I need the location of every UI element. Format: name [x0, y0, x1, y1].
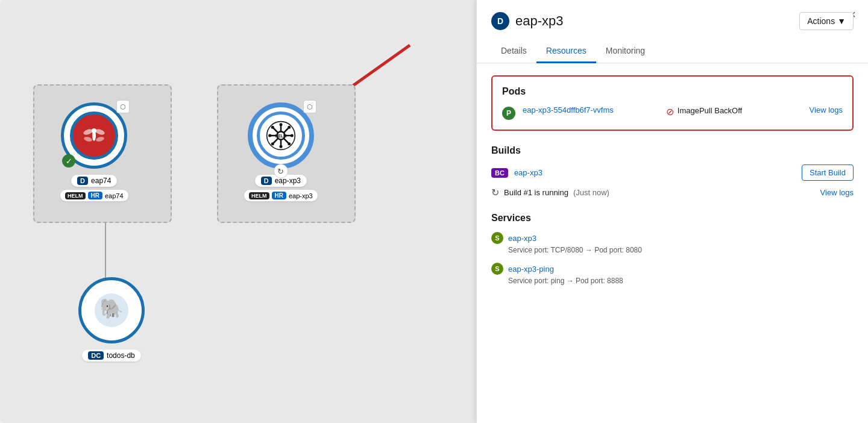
eapxp3-hr-label[interactable]: HELM HR eap-xp3 [244, 190, 318, 201]
svg-point-24 [291, 134, 294, 137]
eap74-circle: ⬡ ✓ [61, 102, 127, 169]
eap74-name: eap74 [91, 177, 111, 185]
pod-p-icon: P [502, 107, 515, 120]
service-row-1: S eap-xp3 [491, 232, 854, 244]
eap74-hr-badge: HR [88, 192, 102, 199]
builds-title: Builds [491, 145, 854, 156]
svg-point-25 [271, 126, 274, 129]
actions-chevron: ▼ [837, 16, 846, 26]
service-row-2: S eap-xp3-ping [491, 263, 854, 275]
todosdb-label[interactable]: DC todos-db [82, 349, 141, 362]
pods-section: Pods P eap-xp3-554dffb6f7-vvfms ⊘ ImageP… [491, 75, 854, 131]
eap74-ext-link[interactable]: ⬡ [116, 100, 130, 113]
actions-button[interactable]: Actions ▼ [799, 12, 854, 30]
todosdb-circle: 🐘 [78, 277, 145, 343]
eap74-label[interactable]: D eap74 [71, 175, 117, 187]
node-eapxp3[interactable]: HELM ⬡ ↻ D eap-xp3 HELM HR eap-xp3 [244, 102, 318, 201]
build-running-icon: ↻ [491, 187, 499, 198]
node-eap74[interactable]: ⬡ ✓ D eap74 HELM HR eap74 [60, 102, 128, 201]
topology-panel: ⬡ ✓ D eap74 HELM HR eap74 [0, 0, 476, 423]
start-build-button[interactable]: Start Build [802, 164, 854, 181]
tab-details[interactable]: Details [491, 40, 536, 63]
tabs-bar: Details Resources Monitoring [491, 40, 854, 63]
dragonfly-icon [82, 124, 106, 148]
pod-error-text: ImagePull BackOff [678, 105, 742, 116]
service-port-2: Service port: ping → Pod port: 8888 [508, 277, 854, 285]
eap74-hr-label[interactable]: HELM HR eap74 [60, 190, 128, 201]
pod-name-link[interactable]: eap-xp3-554dffb6f7-vvfms [523, 105, 659, 114]
todosdb-dc-badge: DC [88, 351, 104, 360]
builds-section: Builds BC eap-xp3 Start Build ↻ Build #1… [491, 145, 854, 198]
service-item-1: S eap-xp3 Service port: TCP/8080 → Pod p… [491, 232, 854, 254]
build-running-sub: (Just now) [573, 188, 609, 197]
node-todosdb[interactable]: 🐘 DC todos-db [78, 277, 145, 362]
svg-point-10 [92, 128, 96, 133]
postgres-inner: 🐘 [87, 286, 136, 334]
eapxp3-d-badge: D [261, 177, 272, 185]
build-running-text: Build #1 is running [504, 188, 568, 197]
topology-area: ⬡ ✓ D eap74 HELM HR eap74 [0, 0, 476, 423]
panel-content: Pods P eap-xp3-554dffb6f7-vvfms ⊘ ImageP… [477, 63, 868, 312]
svg-text:HELM: HELM [275, 134, 286, 138]
error-icon: ⊘ [666, 106, 674, 118]
postgres-icon: 🐘 [93, 292, 130, 328]
panel-header: D eap-xp3 Actions ▼ Details Resources Mo… [477, 0, 868, 63]
services-section: Services S eap-xp3 Service port: TCP/808… [491, 213, 854, 285]
svg-point-26 [288, 142, 291, 145]
pods-title: Pods [502, 86, 843, 97]
bc-name-link[interactable]: eap-xp3 [514, 168, 796, 177]
service-s-badge-2: S [491, 263, 503, 275]
eapxp3-circle: HELM ⬡ ↻ [248, 102, 314, 169]
svg-point-28 [271, 142, 274, 145]
eap74-d-badge: D [77, 177, 88, 185]
service-item-2: S eap-xp3-ping Service port: ping → Pod … [491, 263, 854, 285]
svg-point-23 [268, 134, 271, 137]
eapxp3-hr-name: eap-xp3 [289, 192, 313, 199]
eap74-check-badge: ✓ [62, 154, 75, 168]
build-view-logs-link[interactable]: View logs [820, 188, 854, 197]
eapxp3-ext-link[interactable]: ⬡ [303, 100, 316, 113]
eapxp3-refresh[interactable]: ↻ [274, 164, 288, 178]
pod-row: P eap-xp3-554dffb6f7-vvfms ⊘ ImagePull B… [502, 105, 843, 120]
eapxp3-helm-mini: HELM [249, 192, 269, 199]
build-row: BC eap-xp3 Start Build [491, 164, 854, 181]
title-d-badge: D [491, 12, 509, 30]
svg-text:🐘: 🐘 [99, 297, 124, 320]
tab-monitoring[interactable]: Monitoring [596, 40, 655, 63]
services-title: Services [491, 213, 854, 224]
service-port-1: Service port: TCP/8080 → Pod port: 8080 [508, 246, 854, 254]
eap74-helm-mini: HELM [65, 192, 86, 199]
svg-point-27 [288, 126, 291, 129]
service-name-link-2[interactable]: eap-xp3-ping [508, 265, 554, 274]
panel-title: eap-xp3 [515, 13, 564, 29]
service-s-badge-1: S [491, 232, 503, 244]
pod-status-area: ⊘ ImagePull BackOff [666, 105, 802, 118]
todosdb-name: todos-db [107, 351, 135, 360]
actions-label: Actions [807, 16, 835, 26]
eap74-hr-name: eap74 [105, 192, 124, 199]
eap74-ring-inner [70, 111, 118, 160]
bc-badge: BC [491, 168, 508, 178]
eapxp3-hr-badge: HR [272, 192, 286, 199]
tab-resources[interactable]: Resources [536, 40, 596, 63]
service-name-link-1[interactable]: eap-xp3 [508, 234, 536, 243]
build-running-row: ↻ Build #1 is running (Just now) View lo… [491, 187, 854, 198]
detail-panel: × D eap-xp3 Actions ▼ Details Resources … [476, 0, 868, 423]
pod-view-logs-link[interactable]: View logs [810, 105, 843, 114]
helm-icon: HELM [266, 121, 296, 151]
svg-point-22 [279, 145, 282, 148]
svg-point-21 [279, 123, 282, 126]
eapxp3-ring-inner: HELM [257, 111, 305, 160]
